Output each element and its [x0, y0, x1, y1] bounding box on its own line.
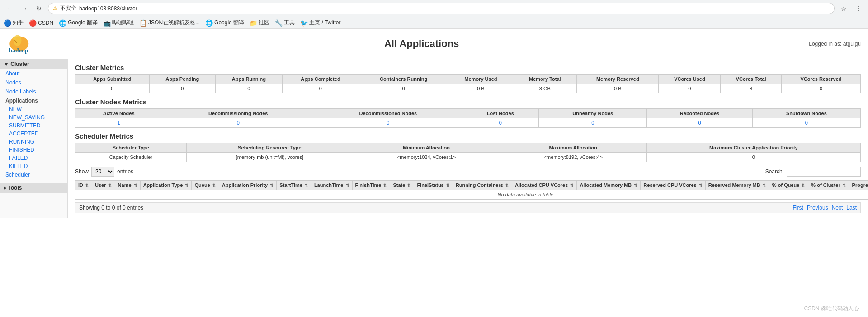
at-header-reserved-memory[interactable]: Reserved Memory MB ⇅	[705, 181, 769, 190]
sm-header-max-priority: Maximum Cluster Application Priority	[646, 143, 860, 153]
forward-button[interactable]: →	[19, 3, 30, 14]
at-header-queue[interactable]: Queue ⇅	[192, 181, 219, 190]
cm-containers-running: 0	[359, 84, 448, 93]
cn-unhealthy: 0	[539, 118, 647, 128]
at-header-launch-time[interactable]: LaunchTime ⇅	[311, 181, 352, 190]
sm-resource-type: [memory-mb (unit=Mi), vcores]	[186, 153, 353, 162]
logo-area: hadoop	[7, 33, 34, 55]
sidebar-item-new[interactable]: NEW	[0, 105, 67, 113]
bookmark-google-translate1[interactable]: 🌐Google 翻译	[59, 19, 98, 27]
svg-text:hadoop: hadoop	[9, 47, 28, 54]
pagination-next[interactable]: Next	[832, 205, 843, 211]
cm-apps-pending: 0	[149, 84, 215, 93]
cm-header-vcores-total: VCores Total	[721, 75, 782, 84]
at-header-state[interactable]: State ⇅	[390, 181, 414, 190]
at-header-user[interactable]: User ⇅	[92, 181, 115, 190]
at-header-app-priority[interactable]: Application Priority ⇅	[219, 181, 277, 190]
logged-in-text: Logged in as: atguigu	[809, 41, 861, 47]
sidebar-item-submitted[interactable]: SUBMITTED	[0, 121, 67, 130]
cm-apps-completed: 0	[283, 84, 359, 93]
cn-decommissioned-link[interactable]: 0	[387, 120, 389, 126]
sidebar-item-running[interactable]: RUNNING	[0, 138, 67, 146]
cm-vcores-reserved: 0	[781, 84, 860, 93]
sidebar-item-killed[interactable]: KILLED	[0, 162, 67, 170]
sidebar-item-nodes[interactable]: Nodes	[0, 78, 67, 87]
no-data-row: No data available in table	[75, 190, 868, 200]
sidebar-item-scheduler[interactable]: Scheduler	[0, 170, 67, 179]
bookmark-twitter[interactable]: 🐦主页 / Twitter	[300, 19, 340, 27]
sidebar-item-accepted[interactable]: ACCEPTED	[0, 130, 67, 138]
sidebar-item-finished[interactable]: FINISHED	[0, 146, 67, 154]
bookmark-csdn[interactable]: 🔴CSDN	[29, 19, 53, 27]
bookmark-json[interactable]: 📋JSON在线解析及格...	[139, 19, 200, 27]
at-header-app-type[interactable]: Application Type ⇅	[140, 181, 192, 190]
sidebar: ▼ Cluster About Nodes Node Labels Applic…	[0, 59, 68, 218]
sm-header-min-alloc: Minimum Allocation	[353, 143, 500, 153]
at-header-pct-cluster[interactable]: % of Cluster ⇅	[808, 181, 849, 190]
bookmark-star[interactable]: ☆	[838, 3, 849, 14]
address-bar: ⚠ 不安全 hadoop103:8088/cluster	[48, 3, 835, 14]
sm-header-resource-type: Scheduling Resource Type	[186, 143, 353, 153]
search-label: Search:	[765, 168, 784, 175]
bookmark-bilibili[interactable]: 📺哔哩哔哩	[103, 19, 134, 27]
at-header-reserved-cpu[interactable]: Reserved CPU VCores ⇅	[641, 181, 705, 190]
cn-header-decommissioned: Decommissioned Nodes	[314, 109, 462, 118]
entries-select[interactable]: 20 50 100	[91, 167, 114, 177]
at-header-id[interactable]: ID ⇅	[75, 181, 92, 190]
cn-lost-link[interactable]: 0	[499, 120, 502, 126]
sm-header-max-alloc: Maximum Allocation	[500, 143, 646, 153]
cm-header-apps-completed: Apps Completed	[283, 75, 359, 84]
tools-section-header[interactable]: ▸ Tools	[0, 183, 67, 193]
cluster-metrics-table: Apps Submitted Apps Pending Apps Running…	[75, 74, 861, 93]
cn-decommissioned: 0	[314, 118, 462, 128]
at-header-progress[interactable]: Progress ⇅	[849, 181, 868, 190]
cn-shutdown-link[interactable]: 0	[805, 120, 808, 126]
pagination-previous[interactable]: Previous	[807, 205, 828, 211]
at-header-name[interactable]: Name ⇅	[115, 181, 140, 190]
pagination-buttons: First Previous Next Last	[793, 205, 857, 211]
bookmark-tools[interactable]: 🔧工具	[275, 19, 295, 27]
cn-active-link[interactable]: 1	[118, 120, 120, 126]
cn-shutdown: 0	[752, 118, 860, 128]
sidebar-item-node-labels[interactable]: Node Labels	[0, 87, 67, 96]
pagination-first[interactable]: First	[793, 205, 803, 211]
reload-button[interactable]: ↻	[33, 3, 44, 14]
table-controls: Show 20 50 100 entries Search:	[75, 167, 861, 177]
at-header-pct-queue[interactable]: % of Queue ⇅	[769, 181, 808, 190]
applications-label: Applications	[0, 96, 67, 105]
at-header-memory-mb[interactable]: Allocated Memory MB ⇅	[577, 181, 641, 190]
menu-button[interactable]: ⋮	[853, 3, 863, 14]
cluster-section-header[interactable]: ▼ Cluster	[0, 59, 67, 69]
sidebar-item-new-saving[interactable]: NEW_SAVING	[0, 113, 67, 121]
cn-unhealthy-link[interactable]: 0	[591, 120, 594, 126]
bookmark-community[interactable]: 📁社区	[250, 19, 269, 27]
at-header-running-containers[interactable]: Running Containers ⇅	[453, 181, 512, 190]
cn-decommissioning-link[interactable]: 0	[237, 120, 240, 126]
app-body: ▼ Cluster About Nodes Node Labels Applic…	[0, 59, 868, 218]
cm-header-apps-running: Apps Running	[215, 75, 282, 84]
back-button[interactable]: ←	[5, 3, 15, 14]
search-input[interactable]	[787, 167, 861, 177]
at-header-finish-time[interactable]: FinishTime ⇅	[352, 181, 390, 190]
bookmark-google-translate2[interactable]: 🌐Google 翻译	[205, 19, 244, 27]
browser-bar: ← → ↻ ⚠ 不安全 hadoop103:8088/cluster ☆ ⋮	[0, 0, 868, 17]
cluster-nodes-table: Active Nodes Decommissioning Nodes Decom…	[75, 108, 861, 128]
cm-header-apps-pending: Apps Pending	[149, 75, 215, 84]
sm-max-priority: 0	[646, 153, 860, 162]
cn-lost: 0	[462, 118, 539, 128]
at-header-start-time[interactable]: StartTime ⇅	[277, 181, 311, 190]
cn-header-unhealthy: Unhealthy Nodes	[539, 109, 647, 118]
sidebar-item-about[interactable]: About	[0, 69, 67, 78]
url-text: hadoop103:8088/cluster	[79, 5, 137, 12]
sm-min-alloc: <memory:1024, vCores:1>	[353, 153, 500, 162]
cm-header-memory-total: Memory Total	[513, 75, 577, 84]
at-header-final-status[interactable]: FinalStatus ⇅	[414, 181, 453, 190]
at-header-cpu-vcores[interactable]: Allocated CPU VCores ⇅	[512, 181, 576, 190]
pagination-last[interactable]: Last	[846, 205, 857, 211]
cm-memory-used: 0 B	[448, 84, 513, 93]
cn-header-shutdown: Shutdown Nodes	[752, 109, 860, 118]
bookmark-zhihu[interactable]: 🔵知乎	[4, 19, 24, 27]
cn-rebooted-link[interactable]: 0	[698, 120, 701, 126]
sidebar-item-failed[interactable]: FAILED	[0, 154, 67, 162]
cn-rebooted: 0	[647, 118, 753, 128]
